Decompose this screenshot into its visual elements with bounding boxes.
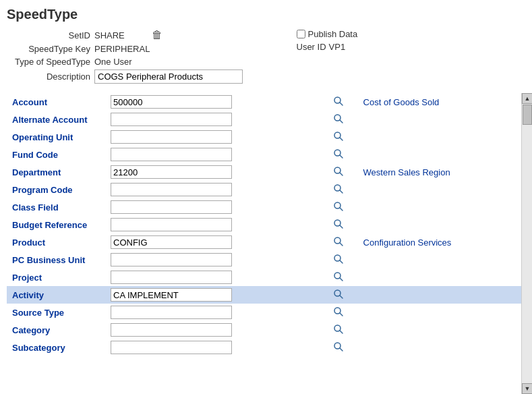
publish-row: Publish Data bbox=[297, 29, 533, 39]
delete-icon[interactable]: 🗑 bbox=[152, 29, 162, 41]
scroll-up-button[interactable]: ▲ bbox=[522, 93, 532, 104]
search-icon-13[interactable] bbox=[330, 321, 359, 339]
userid-label: User ID bbox=[297, 42, 326, 52]
search-icon-14[interactable] bbox=[330, 339, 359, 356]
row-input-3[interactable] bbox=[111, 148, 232, 161]
header-left: SetID SHARE 🗑 SpeedType Key PERIPHERAL T… bbox=[7, 29, 270, 89]
row-input-10[interactable] bbox=[111, 271, 232, 284]
row-label-5: Program Code bbox=[7, 181, 108, 198]
row-input-1[interactable] bbox=[111, 113, 232, 126]
table-row: Activity bbox=[7, 286, 521, 304]
table-row: Subcategory bbox=[7, 339, 521, 356]
table-row: Fund Code bbox=[7, 146, 521, 163]
search-icon[interactable] bbox=[332, 341, 345, 353]
search-icon-3[interactable] bbox=[330, 146, 359, 163]
row-input-5[interactable] bbox=[111, 183, 232, 196]
speedtype-key-value: PERIPHERAL bbox=[94, 44, 150, 54]
row-input-cell-2 bbox=[108, 128, 330, 146]
speedtype-key-label: SpeedType Key bbox=[7, 44, 94, 54]
page-title: SpeedType bbox=[7, 7, 532, 22]
row-label-3: Fund Code bbox=[7, 146, 108, 163]
row-link-4[interactable]: Western Sales Region bbox=[359, 163, 521, 181]
row-label-11: Activity bbox=[7, 286, 108, 304]
search-icon[interactable] bbox=[332, 113, 345, 125]
table-row: PC Business Unit bbox=[7, 251, 521, 269]
search-icon-9[interactable] bbox=[330, 251, 359, 269]
row-link-10 bbox=[359, 269, 521, 286]
search-icon[interactable] bbox=[332, 323, 345, 335]
search-icon-7[interactable] bbox=[330, 216, 359, 233]
main-content: Account Cost of Goods SoldAlternate Acco… bbox=[7, 93, 532, 394]
search-icon-5[interactable] bbox=[330, 181, 359, 198]
row-label-13: Category bbox=[7, 321, 108, 339]
row-input-cell-7 bbox=[108, 216, 330, 233]
search-icon-11[interactable] bbox=[330, 286, 359, 304]
row-input-cell-1 bbox=[108, 111, 330, 128]
row-link-3 bbox=[359, 146, 521, 163]
search-icon-4[interactable] bbox=[330, 163, 359, 181]
row-input-7[interactable] bbox=[111, 218, 232, 231]
row-link-8[interactable]: Configuration Services bbox=[359, 233, 521, 251]
setid-row: SetID SHARE 🗑 bbox=[7, 29, 270, 41]
search-icon[interactable] bbox=[332, 271, 345, 283]
row-input-12[interactable] bbox=[111, 306, 232, 319]
row-input-9[interactable] bbox=[111, 253, 232, 266]
svg-line-5 bbox=[340, 138, 343, 140]
search-icon[interactable] bbox=[332, 200, 345, 213]
svg-line-7 bbox=[340, 155, 343, 158]
row-link-14 bbox=[359, 339, 521, 356]
scroll-thumb[interactable] bbox=[523, 105, 532, 125]
search-icon[interactable] bbox=[332, 130, 345, 142]
table-row: Alternate Account bbox=[7, 111, 521, 128]
publish-checkbox[interactable] bbox=[297, 30, 305, 38]
table-row: Class Field bbox=[7, 198, 521, 216]
row-input-14[interactable] bbox=[111, 341, 232, 354]
description-input[interactable] bbox=[94, 69, 243, 84]
svg-line-9 bbox=[340, 173, 343, 175]
search-icon-10[interactable] bbox=[330, 269, 359, 286]
search-icon[interactable] bbox=[332, 218, 345, 230]
row-label-7: Budget Reference bbox=[7, 216, 108, 233]
row-label-14: Subcategory bbox=[7, 339, 108, 356]
row-input-2[interactable] bbox=[111, 130, 232, 144]
svg-line-13 bbox=[340, 208, 343, 210]
search-icon[interactable] bbox=[332, 165, 345, 177]
type-row: Type of SpeedType One User bbox=[7, 57, 270, 67]
header-section: SetID SHARE 🗑 SpeedType Key PERIPHERAL T… bbox=[7, 29, 532, 89]
search-icon-2[interactable] bbox=[330, 128, 359, 146]
row-link-0[interactable]: Cost of Goods Sold bbox=[359, 93, 521, 111]
row-link-11 bbox=[359, 286, 521, 304]
row-link-5 bbox=[359, 181, 521, 198]
search-icon-8[interactable] bbox=[330, 233, 359, 251]
setid-label: SetID bbox=[7, 30, 94, 40]
row-link-2 bbox=[359, 128, 521, 146]
svg-line-17 bbox=[340, 243, 343, 246]
table-row: Budget Reference bbox=[7, 216, 521, 233]
table-row: Source Type bbox=[7, 304, 521, 321]
search-icon[interactable] bbox=[332, 95, 345, 107]
search-icon-1[interactable] bbox=[330, 111, 359, 128]
row-input-11[interactable] bbox=[111, 288, 232, 302]
scroll-down-button[interactable]: ▼ bbox=[522, 383, 532, 394]
row-input-cell-9 bbox=[108, 251, 330, 269]
search-icon[interactable] bbox=[332, 148, 345, 160]
row-input-cell-0 bbox=[108, 93, 330, 111]
row-input-0[interactable] bbox=[111, 95, 232, 109]
search-icon[interactable] bbox=[332, 306, 345, 318]
search-icon-12[interactable] bbox=[330, 304, 359, 321]
row-input-4[interactable] bbox=[111, 165, 232, 179]
row-input-13[interactable] bbox=[111, 323, 232, 337]
row-label-1: Alternate Account bbox=[7, 111, 108, 128]
row-input-6[interactable] bbox=[111, 200, 232, 214]
search-icon[interactable] bbox=[332, 235, 345, 248]
search-icon-6[interactable] bbox=[330, 198, 359, 216]
search-icon-0[interactable] bbox=[330, 93, 359, 111]
row-input-8[interactable] bbox=[111, 235, 232, 249]
row-input-cell-4 bbox=[108, 163, 330, 181]
search-icon[interactable] bbox=[332, 253, 345, 265]
search-icon[interactable] bbox=[332, 183, 345, 195]
search-icon[interactable] bbox=[332, 288, 345, 300]
row-label-4: Department bbox=[7, 163, 108, 181]
scroll-track bbox=[522, 104, 532, 383]
svg-line-23 bbox=[340, 296, 343, 298]
